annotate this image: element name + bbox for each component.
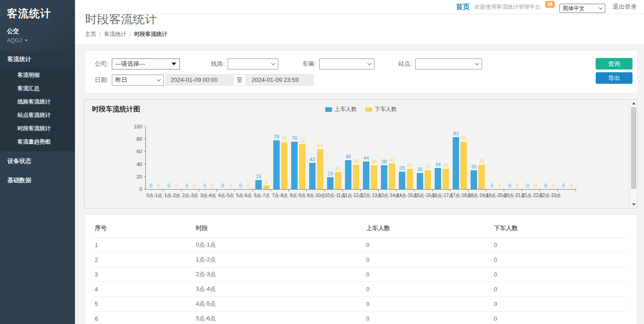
bar-value-label: 28 (399, 166, 405, 171)
x-axis-tick-label: 9点-10点 (307, 192, 325, 199)
table-panel: 序号时段上车人数下车人数 10点-1点0021点-2点0032点-3点0043点… (84, 214, 638, 324)
chart-bar-column: 0 (155, 183, 162, 189)
sidebar-submenu-item[interactable]: 时段客流统计 (0, 122, 75, 135)
bar-value-label: 0 (221, 183, 224, 188)
sidebar-item-passenger-stats[interactable]: 客流统计 (0, 51, 75, 68)
table-cell: 0 (366, 297, 494, 312)
language-select-value: 简体中文 (563, 5, 585, 12)
sidebar-item[interactable]: 设备状态 (0, 151, 75, 171)
chart-bar (389, 163, 395, 189)
chart-bar-column: 38 (381, 159, 387, 189)
language-select[interactable]: 简体中文 (559, 4, 605, 13)
legend-swatch-icon (365, 107, 372, 112)
chart-bar (263, 185, 270, 189)
bar-value-label: 0 (544, 183, 547, 188)
bar-value-label: 46 (345, 154, 351, 159)
date-preset-select[interactable]: 昨日 (112, 75, 164, 86)
x-axis-tick-mark (432, 190, 450, 191)
sidebar-submenu-item[interactable]: 客流汇总 (0, 82, 75, 95)
station-select[interactable] (415, 58, 482, 69)
date-end-input[interactable]: 2024-01-09 23:59 (247, 74, 314, 86)
chart-bar-column: 32 (443, 163, 449, 189)
chart-bar-group: 2630 (415, 131, 433, 189)
chart-bar-group: 00 (558, 131, 576, 189)
chart-bar-column: 0 (496, 183, 503, 189)
bar-value-label: 0 (516, 183, 519, 188)
chart-x-ticks (145, 190, 578, 191)
bar-value-label: 0 (508, 183, 511, 188)
table-cell: 2 (95, 253, 196, 267)
table-cell: 0 (494, 297, 627, 312)
chart-bar-column: 0 (148, 183, 154, 189)
table-cell: 6 (95, 312, 196, 324)
company-select-value: ---请选择--- (115, 60, 145, 68)
scrollbar-up-button[interactable] (630, 100, 638, 107)
chart-bar-column: 0 (237, 183, 244, 189)
scrollbar-thumb[interactable] (631, 107, 636, 189)
sidebar-items: 设备状态基础数据 (0, 151, 75, 190)
chart-bar-column: 30 (425, 164, 431, 189)
x-axis-tick-label: 4点-5点 (217, 192, 235, 199)
chart-bar-group: 00 (505, 131, 523, 189)
scrollbar-down-button[interactable] (630, 201, 638, 208)
chart-bar (407, 169, 413, 189)
sidebar-submenu-item[interactable]: 客流明细 (0, 69, 75, 82)
chart-bar (443, 169, 449, 189)
org-code-dropdown[interactable]: AQGJ (7, 37, 68, 44)
sidebar-submenu: 客流明细客流汇总线路客流统计站点客流统计时段客流统计客流量趋势图 (0, 68, 75, 151)
table-cell: 0 (366, 238, 494, 253)
home-link[interactable]: 首页 (456, 3, 470, 12)
filter-panel: 公司: ---请选择--- 线路: 车辆: 站点: 日期: (84, 50, 638, 93)
filter-row-2: 日期: 昨日 2024-01-09 00:00 至 2024-01-09 23:… (95, 74, 629, 86)
bar-value-label: 27 (335, 166, 341, 171)
chart-bar-column: 64 (317, 143, 323, 189)
x-axis-tick-label: 10点-11点 (325, 192, 343, 199)
table-body: 10点-1点0021点-2点0032点-3点0043点-4点0054点-5点00… (95, 238, 627, 324)
date-start-input[interactable]: 2024-01-09 00:00 (166, 74, 233, 86)
sidebar-submenu-item[interactable]: 线路客流统计 (0, 95, 75, 109)
line-select[interactable] (228, 58, 278, 69)
table-cell: 3点-4点 (196, 282, 366, 297)
bar-value-label: 6 (265, 179, 268, 185)
x-axis-tick-mark (235, 190, 253, 191)
chart-bar-column: 0 (542, 183, 549, 189)
chart-bar (381, 165, 387, 189)
x-axis-tick-label: 22点-23点 (540, 192, 558, 199)
table-cell: 0 (494, 253, 627, 267)
chart-bars: 0000000000001567875767242641927463944383… (146, 131, 576, 189)
logout-link[interactable]: 退出登录 (613, 3, 637, 11)
table-cell: 0 (366, 312, 494, 324)
chart-bar-column: 34 (435, 162, 441, 189)
table-header-cell: 上车人数 (366, 219, 494, 238)
chart-bar-group: 00 (200, 131, 218, 189)
chart-bar (291, 142, 298, 189)
x-axis-tick-label: 0点-1点 (145, 192, 163, 199)
vehicle-select[interactable] (319, 58, 374, 69)
chart-bar-group: 1927 (325, 131, 343, 189)
bar-value-label: 42 (310, 157, 315, 162)
x-axis-tick-label: 2点-3点 (181, 192, 199, 199)
chart-bar (327, 177, 334, 189)
bar-value-label: 30 (425, 164, 431, 169)
breadcrumb-link[interactable]: 客流统计 (104, 30, 126, 38)
company-select[interactable]: ---请选择--- (112, 58, 180, 69)
x-axis-tick-label: 1点-2点 (163, 192, 181, 199)
chart-bar (425, 170, 431, 189)
export-button[interactable]: 导出 (596, 72, 632, 84)
station-label: 站点: (398, 60, 412, 68)
sidebar-submenu-item[interactable]: 站点客流统计 (0, 109, 75, 122)
query-button[interactable]: 查询 (596, 58, 632, 69)
sidebar-submenu-item[interactable]: 客流量趋势图 (0, 135, 75, 149)
sidebar-item[interactable]: 基础数据 (0, 171, 75, 190)
x-axis-tick-mark (486, 190, 504, 191)
x-axis-tick-mark (397, 190, 414, 191)
x-axis-tick-label: 20点-21点 (504, 192, 522, 199)
table-cell: 1点-2点 (196, 253, 366, 267)
breadcrumb-link[interactable]: 主页 (85, 30, 96, 38)
bar-value-label: 0 (552, 183, 555, 188)
vehicle-label: 车辆: (302, 60, 316, 68)
chart-bar-column: 72 (299, 138, 305, 189)
y-axis-tick-label: 100 (128, 124, 142, 129)
main-content: 公司: ---请选择--- 线路: 车辆: 站点: 日期: (84, 50, 638, 324)
bar-value-label: 0 (167, 183, 170, 188)
